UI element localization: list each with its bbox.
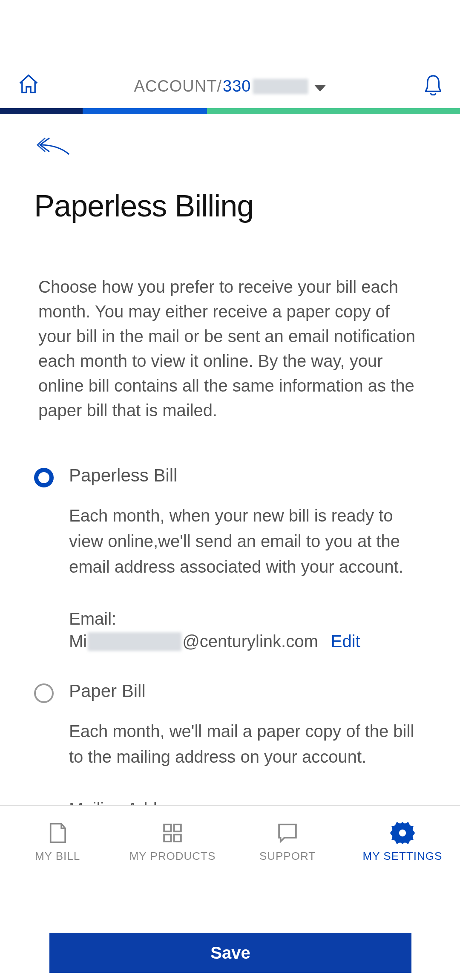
edit-email-link[interactable]: Edit: [331, 632, 360, 651]
app-header: ACCOUNT/ 330: [0, 0, 460, 108]
email-prefix: Mi: [69, 632, 87, 651]
option-paperless-desc: Each month, when your new bill is ready …: [69, 503, 426, 579]
account-selector[interactable]: ACCOUNT/ 330: [134, 77, 326, 95]
nav-my-settings[interactable]: MY SETTINGS: [345, 806, 460, 878]
bottom-nav: MY BILL MY PRODUCTS SUPPORT: [0, 805, 460, 878]
account-prefix-label: ACCOUNT/: [134, 77, 222, 95]
bill-icon: [45, 821, 70, 845]
nav-label: SUPPORT: [259, 850, 316, 863]
svg-rect-1: [174, 824, 181, 831]
svg-rect-0: [164, 824, 171, 831]
option-paperless: Paperless Bill Each month, when your new…: [34, 465, 426, 651]
nav-my-products[interactable]: MY PRODUCTS: [115, 806, 230, 878]
email-value-row: Mi @centurylink.com Edit: [69, 632, 426, 651]
option-paper-desc: Each month, we'll mail a paper copy of t…: [69, 718, 426, 770]
nav-label: MY SETTINGS: [363, 850, 443, 863]
svg-rect-2: [164, 835, 171, 842]
chevron-down-icon: [314, 85, 326, 92]
email-masked: [88, 632, 181, 651]
nav-support[interactable]: SUPPORT: [230, 806, 345, 878]
page-title: Paperless Billing: [34, 188, 426, 223]
nav-label: MY PRODUCTS: [129, 850, 216, 863]
notification-bell-icon[interactable]: [423, 74, 443, 95]
email-label: Email:: [69, 609, 426, 628]
chat-icon: [275, 821, 300, 845]
gear-icon: [390, 821, 415, 845]
home-icon[interactable]: [17, 72, 40, 95]
svg-rect-3: [174, 835, 181, 842]
progress-strip: [0, 108, 460, 114]
grid-icon: [160, 821, 185, 845]
account-number: 330: [223, 77, 308, 95]
save-button[interactable]: Save: [49, 933, 411, 973]
email-suffix: @centurylink.com: [182, 632, 318, 651]
option-paper-title: Paper Bill: [69, 681, 426, 701]
radio-paper[interactable]: [34, 683, 54, 703]
intro-text: Choose how you prefer to receive your bi…: [34, 274, 426, 423]
radio-paperless[interactable]: [34, 468, 54, 487]
back-arrow-icon[interactable]: [37, 135, 71, 157]
svg-point-5: [399, 830, 406, 836]
nav-my-bill[interactable]: MY BILL: [0, 806, 115, 878]
option-paperless-title: Paperless Bill: [69, 465, 426, 486]
account-number-masked: [253, 79, 308, 94]
nav-label: MY BILL: [35, 850, 80, 863]
